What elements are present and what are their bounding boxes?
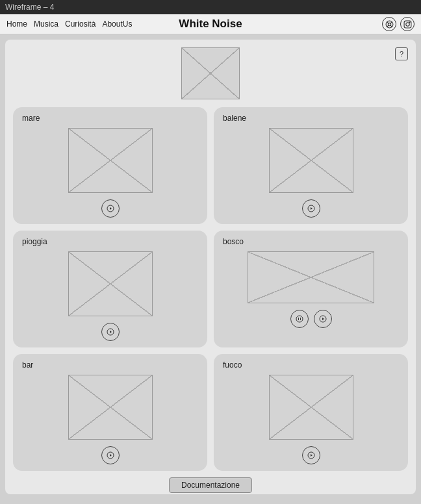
navbar: Home Musica Curiosità AboutUs White Nois… bbox=[0, 14, 421, 34]
card-fuoco-play[interactable] bbox=[302, 446, 320, 464]
card-balene-title: balene bbox=[220, 114, 246, 123]
doc-button-wrap: Documentazione bbox=[13, 477, 408, 493]
card-pioggia-title: pioggia bbox=[19, 237, 47, 246]
card-fuoco-title: fuoco bbox=[220, 360, 242, 370]
card-bar-play[interactable] bbox=[101, 446, 120, 464]
main-content: ? mare balene bbox=[5, 40, 416, 494]
svg-point-15 bbox=[296, 316, 303, 322]
card-balene-play[interactable] bbox=[302, 199, 320, 218]
card-fuoco-image bbox=[269, 375, 353, 440]
card-pioggia-controls bbox=[101, 323, 120, 341]
svg-marker-12 bbox=[311, 207, 313, 210]
titlebar-label: Wireframe – 4 bbox=[5, 3, 54, 12]
card-bar-controls bbox=[101, 446, 120, 464]
card-bar-title: bar bbox=[19, 360, 33, 370]
card-mare-controls bbox=[101, 199, 120, 218]
nav-aboutus[interactable]: AboutUs bbox=[102, 19, 132, 29]
card-pioggia-play[interactable] bbox=[101, 323, 120, 341]
card-bar: bar bbox=[13, 354, 207, 471]
svg-marker-23 bbox=[311, 454, 313, 457]
social-icon-1[interactable] bbox=[382, 17, 396, 31]
card-bosco-image bbox=[248, 251, 374, 303]
top-image-wrap: ? bbox=[13, 47, 408, 99]
social-icon-2[interactable] bbox=[400, 17, 415, 31]
card-balene-image bbox=[269, 128, 353, 193]
card-mare-image bbox=[68, 128, 153, 193]
card-fuoco: fuoco bbox=[214, 354, 408, 471]
nav-curiosita[interactable]: Curiosità bbox=[65, 19, 96, 29]
svg-marker-14 bbox=[110, 331, 112, 333]
card-bosco: bosco bbox=[214, 231, 408, 347]
nav-links: Home Musica Curiosità AboutUs bbox=[6, 19, 132, 29]
svg-point-8 bbox=[409, 21, 409, 22]
svg-point-7 bbox=[405, 22, 409, 25]
nav-icons bbox=[382, 17, 415, 31]
card-bosco-pause[interactable] bbox=[290, 310, 309, 328]
svg-line-4 bbox=[390, 21, 392, 23]
card-bosco-play[interactable] bbox=[314, 310, 332, 328]
svg-point-1 bbox=[388, 23, 390, 25]
documentazione-button[interactable]: Documentazione bbox=[169, 477, 252, 493]
svg-line-3 bbox=[390, 25, 392, 27]
svg-marker-10 bbox=[110, 207, 112, 210]
titlebar: Wireframe – 4 bbox=[0, 0, 421, 14]
card-pioggia-image bbox=[68, 251, 153, 316]
cards-grid: mare balene bbox=[13, 107, 408, 471]
card-bar-image bbox=[68, 375, 153, 440]
card-bosco-controls bbox=[290, 310, 332, 328]
card-mare: mare bbox=[13, 107, 207, 224]
svg-line-2 bbox=[387, 21, 388, 23]
card-fuoco-controls bbox=[302, 446, 320, 464]
card-balene-controls bbox=[302, 199, 320, 218]
card-pioggia: pioggia bbox=[13, 231, 207, 347]
nav-musica[interactable]: Musica bbox=[34, 19, 58, 29]
page-title: White Noise bbox=[179, 18, 242, 31]
svg-marker-21 bbox=[110, 454, 112, 457]
help-button[interactable]: ? bbox=[395, 47, 408, 60]
svg-marker-19 bbox=[322, 318, 324, 320]
card-balene: balene bbox=[214, 107, 408, 224]
svg-line-5 bbox=[387, 25, 388, 27]
top-image-placeholder bbox=[181, 47, 240, 99]
svg-rect-6 bbox=[404, 21, 411, 28]
nav-home[interactable]: Home bbox=[6, 19, 27, 29]
card-mare-play[interactable] bbox=[101, 199, 120, 218]
card-bosco-title: bosco bbox=[220, 237, 244, 246]
card-mare-title: mare bbox=[19, 114, 40, 123]
